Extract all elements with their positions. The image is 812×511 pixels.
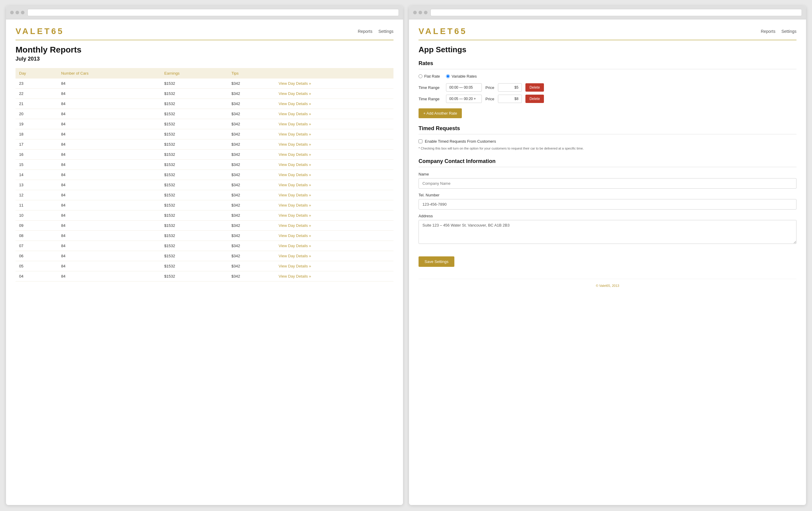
tel-label: Tel. Number: [418, 193, 796, 197]
cell-action: View Day Details »: [275, 231, 394, 241]
nav-settings-left[interactable]: Settings: [378, 29, 394, 34]
cell-cars: 84: [58, 129, 161, 140]
cell-action: View Day Details »: [275, 99, 394, 109]
variable-rate-radio[interactable]: [446, 74, 450, 78]
delete-button-1[interactable]: Delete: [525, 83, 544, 92]
cell-action: View Day Details »: [275, 170, 394, 180]
address-bar-right[interactable]: [431, 9, 802, 16]
cell-cars: 84: [58, 180, 161, 190]
cell-action: View Day Details »: [275, 190, 394, 200]
table-row: 09 84 $1532 $342 View Day Details »: [16, 220, 394, 231]
time-range-label-2: Time Range: [418, 97, 442, 101]
table-row: 15 84 $1532 $342 View Day Details »: [16, 160, 394, 170]
table-row: 11 84 $1532 $342 View Day Details »: [16, 200, 394, 210]
table-row: 21 84 $1532 $342 View Day Details »: [16, 99, 394, 109]
nav-reports-right[interactable]: Reports: [761, 29, 775, 34]
cell-day: 14: [16, 170, 58, 180]
tel-input[interactable]: [418, 199, 796, 210]
table-row: 23 84 $1532 $342 View Day Details »: [16, 79, 394, 89]
cell-action: View Day Details »: [275, 79, 394, 89]
view-day-link[interactable]: View Day Details »: [279, 223, 311, 228]
col-cars: Number of Cars: [58, 68, 161, 79]
timed-requests-checkbox[interactable]: [418, 140, 423, 143]
cell-tips: $342: [228, 109, 275, 119]
address-textarea[interactable]: Suite 123 – 456 Water St. Vancouver, BC …: [418, 220, 796, 244]
nav-reports-left[interactable]: Reports: [358, 29, 372, 34]
view-day-link[interactable]: View Day Details »: [279, 112, 311, 116]
page-title-left: Monthly Reports: [16, 45, 394, 55]
address-bar-left[interactable]: [27, 9, 399, 16]
col-day: Day: [16, 68, 58, 79]
delete-button-2[interactable]: Delete: [525, 95, 544, 103]
nav-settings-right[interactable]: Settings: [781, 29, 796, 34]
add-another-rate-button[interactable]: + Add Another Rate: [418, 108, 462, 118]
company-name-input[interactable]: [418, 178, 796, 189]
save-settings-button[interactable]: Save Settings: [418, 257, 454, 267]
flat-rate-radio[interactable]: [418, 74, 423, 78]
view-day-link[interactable]: View Day Details »: [279, 274, 311, 278]
dot-red-right: [413, 11, 417, 14]
view-day-link[interactable]: View Day Details »: [279, 213, 311, 218]
view-day-link[interactable]: View Day Details »: [279, 264, 311, 268]
cell-earnings: $1532: [161, 109, 228, 119]
cell-earnings: $1532: [161, 160, 228, 170]
variable-rate-label[interactable]: Variable Rates: [446, 74, 477, 79]
cell-action: View Day Details »: [275, 89, 394, 99]
cell-earnings: $1532: [161, 190, 228, 200]
cell-tips: $342: [228, 200, 275, 210]
view-day-link[interactable]: View Day Details »: [279, 91, 311, 96]
view-day-link[interactable]: View Day Details »: [279, 254, 311, 258]
flat-rate-label[interactable]: Flat Rate: [418, 74, 440, 79]
browser-chrome-left: [6, 6, 403, 20]
cell-tips: $342: [228, 170, 275, 180]
cell-earnings: $1532: [161, 140, 228, 150]
view-day-link[interactable]: View Day Details »: [279, 152, 311, 157]
cell-cars: 84: [58, 99, 161, 109]
logo-left: VALET65: [16, 27, 64, 36]
cell-day: 05: [16, 261, 58, 271]
view-day-link[interactable]: View Day Details »: [279, 203, 311, 207]
table-row: 10 84 $1532 $342 View Day Details »: [16, 210, 394, 220]
cell-tips: $342: [228, 129, 275, 140]
cell-action: View Day Details »: [275, 150, 394, 160]
view-day-link[interactable]: View Day Details »: [279, 122, 311, 126]
cell-tips: $342: [228, 79, 275, 89]
cell-tips: $342: [228, 180, 275, 190]
settings-title: App Settings: [418, 45, 796, 54]
variable-rate-text: Variable Rates: [452, 74, 477, 79]
cell-earnings: $1532: [161, 89, 228, 99]
view-day-link[interactable]: View Day Details »: [279, 162, 311, 167]
cell-cars: 84: [58, 170, 161, 180]
cell-day: 07: [16, 241, 58, 251]
dot-green: [21, 11, 25, 14]
view-day-link[interactable]: View Day Details »: [279, 142, 311, 147]
view-day-link[interactable]: View Day Details »: [279, 183, 311, 187]
cell-day: 12: [16, 190, 58, 200]
table-head: Day Number of Cars Earnings Tips: [16, 68, 394, 79]
price-label-2: Price: [485, 97, 494, 101]
view-day-link[interactable]: View Day Details »: [279, 81, 311, 86]
view-day-link[interactable]: View Day Details »: [279, 101, 311, 106]
view-day-link[interactable]: View Day Details »: [279, 193, 311, 197]
view-day-link[interactable]: View Day Details »: [279, 233, 311, 238]
cell-tips: $342: [228, 160, 275, 170]
browser-dots-left: [10, 11, 25, 14]
cell-tips: $342: [228, 261, 275, 271]
price-input-2[interactable]: [498, 95, 522, 103]
cell-day: 18: [16, 129, 58, 140]
timed-requests-checkbox-row: Enable Timed Requests From Customers: [418, 139, 796, 144]
view-day-link[interactable]: View Day Details »: [279, 173, 311, 177]
cell-action: View Day Details »: [275, 119, 394, 129]
view-day-link[interactable]: View Day Details »: [279, 244, 311, 248]
cell-action: View Day Details »: [275, 210, 394, 220]
price-input-1[interactable]: [498, 83, 522, 92]
cell-day: 13: [16, 180, 58, 190]
cell-cars: 84: [58, 79, 161, 89]
cell-cars: 84: [58, 261, 161, 271]
right-page-content: VALET65 Reports Settings App Settings Ra…: [409, 20, 806, 505]
time-range-input-1[interactable]: [446, 83, 482, 92]
cell-tips: $342: [228, 241, 275, 251]
view-day-link[interactable]: View Day Details »: [279, 132, 311, 137]
time-range-input-2[interactable]: [446, 95, 482, 103]
logo-right: VALET65: [418, 27, 467, 36]
